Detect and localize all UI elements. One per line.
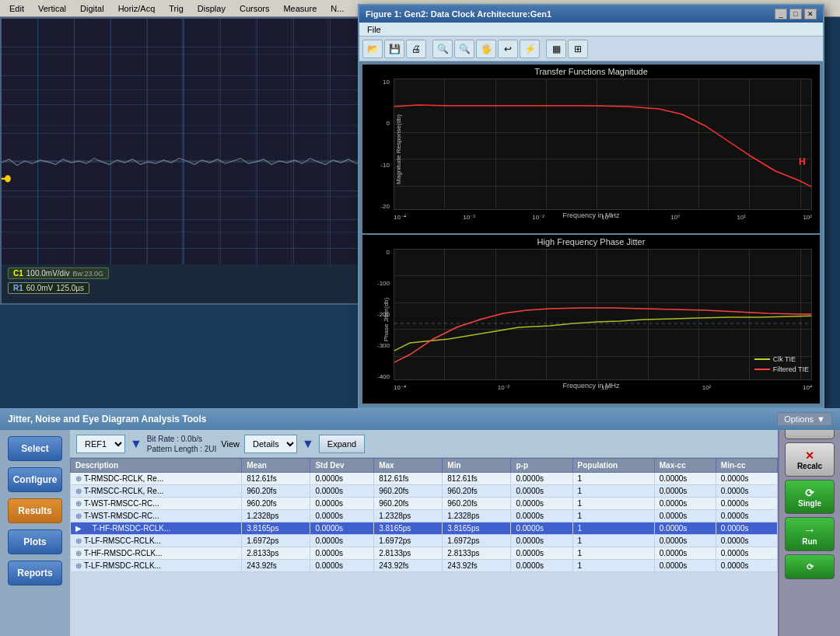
table-row[interactable]: ⊕T-LF-RMSCC-RCLK... 1.6972ps 0.0000s 1.6… — [71, 535, 778, 547]
select-button[interactable]: Select — [8, 436, 62, 461]
close-button[interactable]: ✕ — [804, 9, 817, 19]
ref1-label: R1 — [13, 284, 23, 292]
plot1-axes: H — [394, 79, 812, 210]
plot2-title: High Frequency Phase Jitter — [362, 235, 820, 249]
toolbar-undo[interactable]: ↩ — [498, 40, 518, 58]
plot1-y-axis: 10 0 -10 -20 — [362, 79, 392, 210]
scope-info-bar: C1 100.0mV/div Bw:23.0G R1 60.0mV 125.0µ… — [2, 264, 364, 303]
table-row[interactable]: ⊕T-LF-RMSDC-RCLK... 243.92fs 0.0000s 243… — [71, 560, 778, 572]
toolbar-pan[interactable]: 🖐 — [476, 40, 496, 58]
view-select[interactable]: Details — [244, 435, 297, 453]
cell-min: 960.20fs — [443, 498, 511, 510]
view-dropdown-icon[interactable]: ▼ — [302, 437, 314, 451]
col-population: Population — [572, 459, 654, 473]
cell-max-cc: 0.0000s — [654, 498, 716, 510]
single-button[interactable]: ⟳ Single — [785, 480, 835, 514]
figure-menu-file[interactable]: File — [362, 25, 386, 34]
plot2-y-label: Phase Jitter(db) — [383, 297, 390, 341]
menu-horiz-acq[interactable]: Horiz/Acq — [112, 2, 162, 15]
menu-vertical[interactable]: Vertical — [32, 2, 72, 15]
toolbar-grid[interactable]: ▦ — [546, 40, 566, 58]
ref1-time: 125.0µs — [56, 284, 84, 292]
toolbar-table[interactable]: ⊞ — [568, 40, 588, 58]
table-row[interactable]: ⊕T-HF-RMSDC-RCLK... 2.8133ps 0.0000s 2.8… — [71, 547, 778, 560]
plots-button[interactable]: Plots — [8, 529, 62, 554]
cell-std-dev: 0.0000s — [310, 560, 374, 572]
cell-pp: 0.0000s — [511, 510, 572, 522]
toolbar-zoom-out[interactable]: 🔍 — [454, 40, 474, 58]
menu-edit[interactable]: Edit — [3, 2, 30, 15]
figure-title: Figure 1: Gen2: Data Clock Architecture:… — [366, 9, 551, 19]
col-min: Min — [443, 459, 511, 473]
row-expand-icon[interactable]: ⊕ — [75, 487, 82, 495]
cell-min-cc: 0.0000s — [716, 498, 777, 510]
expand-button[interactable]: Expand — [319, 435, 365, 453]
menu-digital[interactable]: Digital — [74, 2, 110, 15]
cell-mean: 1.2328ps — [242, 510, 310, 522]
table-row[interactable]: ⊕T-RMSCC-RCLK, Re... 960.20fs 0.0000s 96… — [71, 485, 778, 498]
svg-text:H: H — [799, 156, 806, 167]
plot1-y-tick-0: 10 — [383, 79, 390, 86]
row-expand-icon[interactable]: ⊕ — [75, 549, 82, 557]
cell-min-cc: 0.0000s — [716, 522, 777, 535]
toolbar-open[interactable]: 📂 — [362, 40, 383, 58]
legend-filtered-tie-color — [754, 369, 770, 370]
cell-population: 1 — [572, 547, 654, 560]
row-expand-icon[interactable]: ⊕ — [75, 512, 82, 520]
row-expand-icon[interactable]: ⊕ — [84, 524, 90, 533]
restore-button[interactable]: □ — [789, 9, 802, 19]
plot1-title: Transfer Functions Magnitude — [362, 65, 820, 79]
cell-max-cc: 0.0000s — [654, 560, 716, 572]
table-row[interactable]: ⊕T-WST-RMSDC-RC... 1.2328ps 0.0000s 1.23… — [71, 510, 778, 522]
toolbar-flash[interactable]: ⚡ — [520, 40, 540, 58]
plot1-x-label: Frequency in MHz — [362, 211, 820, 219]
col-max-cc: Max-cc — [654, 459, 716, 473]
run-button[interactable]: → Run — [785, 517, 835, 551]
cell-max: 812.61fs — [374, 473, 443, 485]
menu-trig[interactable]: Trig — [163, 2, 190, 15]
options-button[interactable]: Options ▼ — [777, 412, 832, 426]
row-expand-icon[interactable]: ⊕ — [75, 474, 82, 483]
menu-cursors[interactable]: Cursors — [233, 2, 276, 15]
ch1-badge: C1 100.0mV/div Bw:23.0G — [8, 267, 109, 279]
menu-more[interactable]: N... — [324, 2, 350, 15]
table-row[interactable]: ⊕T-RMSDC-RCLK, Re... 812.61fs 0.0000s 81… — [71, 473, 778, 485]
cell-std-dev: 0.0000s — [310, 498, 374, 510]
table-row[interactable]: ▶ ⊕T-HF-RMSDC-RCLK... 3.8165ps 0.0000s 3… — [71, 522, 778, 535]
single-label: Single — [798, 499, 821, 508]
row-expand-icon[interactable]: ⊕ — [75, 561, 82, 570]
recalc-button[interactable]: ✕ Recalc — [785, 442, 835, 477]
configure-button[interactable]: Configure — [8, 467, 62, 492]
cell-description: ⊕T-LF-RMSCC-RCLK... — [71, 535, 242, 547]
results-button[interactable]: Results — [8, 498, 62, 523]
cell-mean: 960.20fs — [242, 485, 310, 498]
data-table-container[interactable]: Description Mean Std Dev Max Min p-p Pop… — [70, 458, 778, 636]
plot1-y-tick-2: -10 — [380, 162, 390, 169]
toolbar-save[interactable]: 💾 — [384, 40, 404, 58]
analysis-header: Jitter, Noise and Eye Diagram Analysis T… — [0, 408, 840, 430]
cell-population: 1 — [572, 485, 654, 498]
table-row[interactable]: ⊕T-WST-RMSCC-RC... 960.20fs 0.0000s 960.… — [71, 498, 778, 510]
ref-dropdown-icon[interactable]: ▼ — [130, 437, 142, 451]
toolbar-zoom-in[interactable]: 🔍 — [432, 40, 453, 58]
row-expand-icon[interactable]: ⊕ — [75, 499, 82, 508]
ref1-val: 60.0mV — [26, 284, 53, 292]
refresh-button[interactable]: ⟳ — [785, 554, 835, 579]
plot1-y-tick-3: -20 — [380, 203, 390, 210]
legend-clk-tie: Clk TIE — [754, 355, 809, 363]
ref-select[interactable]: REF1 — [76, 435, 125, 453]
cell-description: ▶ ⊕T-HF-RMSDC-RCLK... — [71, 522, 242, 535]
minimize-button[interactable]: _ — [775, 9, 787, 19]
reports-button[interactable]: Reports — [8, 561, 62, 585]
col-min-cc: Min-cc — [716, 459, 777, 473]
menu-display[interactable]: Display — [191, 2, 232, 15]
toolbar-print[interactable]: 🖨 — [406, 40, 426, 58]
row-expand-icon[interactable]: ⊕ — [75, 536, 82, 545]
cell-max-cc: 0.0000s — [654, 522, 716, 535]
cell-max: 243.92fs — [374, 560, 443, 572]
menu-measure[interactable]: Measure — [277, 2, 323, 15]
cell-description: ⊕T-RMSCC-RCLK, Re... — [71, 485, 242, 498]
cell-description: ⊕T-LF-RMSDC-RCLK... — [71, 560, 242, 572]
plot2-x-label: Frequency in MHz — [362, 382, 820, 390]
cell-std-dev: 0.0000s — [310, 547, 374, 560]
